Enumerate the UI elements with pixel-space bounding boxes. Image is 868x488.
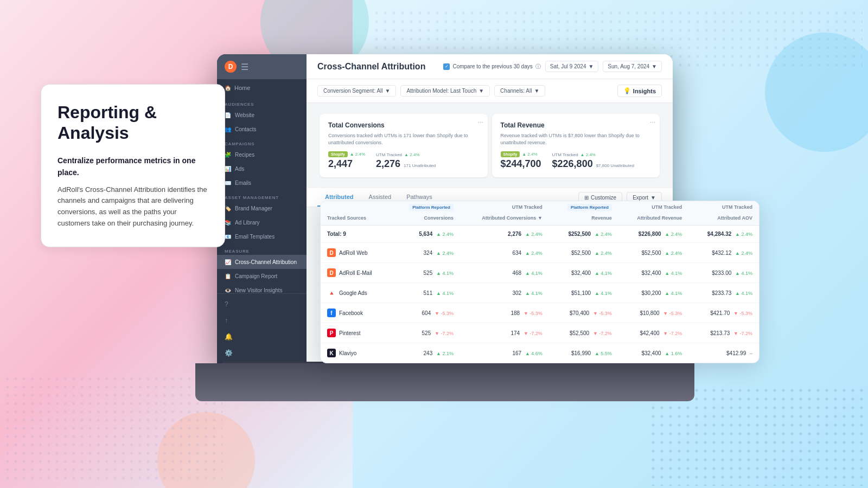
table-row: DAdRoll E-Mail 525 ▲ 4.1% 468 ▲ 4.1% $32… <box>321 263 759 283</box>
settings-icon-btn[interactable]: ⚙️ <box>217 345 307 361</box>
total-conv-platform: 5,634 ▲ 2.4% <box>391 226 460 243</box>
facebook-conv-utm: 188 ▼ -5.3% <box>460 303 549 323</box>
facebook-icon: f <box>327 309 336 317</box>
adroll-web-rev-platform: $52,500 ▲ 2.4% <box>549 243 618 263</box>
section-measure: MEASURE <box>217 246 307 255</box>
utm-revenue-sub: $7,800 Unattributed <box>596 163 634 168</box>
pinterest-aov: $213.73 ▼ -7.2% <box>688 323 759 343</box>
date-start-btn[interactable]: Sat, Jul 9 2024 ▼ <box>545 61 599 72</box>
channels-filter[interactable]: Channels: All ▼ <box>494 85 545 97</box>
adroll-email-icon: D <box>327 268 336 277</box>
adroll-web-conv-utm: 634 ▲ 2.4% <box>460 243 549 263</box>
sidebar-item-home[interactable]: 🏠 Home <box>217 79 307 97</box>
sidebar-item-recipes[interactable]: 🧩 Recipes <box>217 147 307 162</box>
card-description: AdRoll's Cross-Channel Attribution ident… <box>58 184 208 229</box>
th-sources: Tracked Sources <box>321 213 391 226</box>
card-subtitle: Centralize performance metrics in one pl… <box>58 155 208 179</box>
revenue-desc: Revenue tracked with UTMs is $7,800 lowe… <box>501 132 652 146</box>
adroll-email-rev-utm: $32,400 ▲ 4.1% <box>618 263 688 283</box>
sidebar: D ☰ 🏠 Home AUDIENCES 📄 W <box>217 54 307 363</box>
attribution-model-filter[interactable]: Attribution Model: Last Touch ▼ <box>400 85 490 97</box>
shopify-revenue: Shopify ▲ 2.4% $244,700 <box>501 151 541 170</box>
sidebar-item-emails[interactable]: ✉️ Emails <box>217 176 307 190</box>
sidebar-item-brand-manager[interactable]: 🏷️ Brand Manager <box>217 201 307 215</box>
source-klaviyo: KKlaviyo <box>321 343 391 363</box>
total-rev-platform: $252,500 ▲ 2.4% <box>549 226 618 243</box>
hamburger-icon[interactable]: ☰ <box>241 62 248 72</box>
google-conv-utm: 302 ▲ 4.1% <box>460 283 549 303</box>
source-google: 🔺Google Ads <box>321 283 391 303</box>
klaviyo-conv-platform: 243 ▲ 2.1% <box>391 343 460 363</box>
shopify-revenue-change: ▲ 2.4% <box>522 152 537 157</box>
library-icon: 📚 <box>225 219 231 226</box>
sidebar-footer: ? ↑ 🔔 ⚙️ <box>217 293 307 363</box>
conversion-segment-filter[interactable]: Conversion Segment: All ▼ <box>317 85 396 97</box>
compare-checkbox[interactable]: ✓ Compare to the previous 30 days ⓘ <box>443 63 540 70</box>
utm-label: UTM Tracked <box>376 152 402 157</box>
cross-channel-icon: 📈 <box>225 259 231 265</box>
utm-revenue: UTM Tracked ▲ 2.4% $226,800 $7,800 Unatt… <box>552 152 634 170</box>
top-bar: Cross-Channel Attribution ✓ Compare to t… <box>307 54 673 79</box>
data-table-card: Platform Reported UTM Tracked Platform R… <box>320 201 760 363</box>
table-row: 🔺Google Ads 511 ▲ 4.1% 302 ▲ 4.1% $51,10… <box>321 283 759 303</box>
google-rev-utm: $30,200 ▲ 4.1% <box>618 283 688 303</box>
ads-icon: 📊 <box>225 165 231 172</box>
summary-row: ··· Total Conversions Conversions tracke… <box>307 103 673 188</box>
sidebar-item-email-templates[interactable]: 📧 Email Templates <box>217 229 307 243</box>
sidebar-item-new-visitor[interactable]: 👁️ New Visitor Insights <box>217 283 307 293</box>
utm-change: ▲ 2.4% <box>404 152 419 157</box>
th-revenue: Revenue <box>549 213 618 226</box>
shopify-badge: Shopify <box>328 151 348 157</box>
pinterest-conv-platform: 525 ▼ -7.2% <box>391 323 460 343</box>
sidebar-item-ads[interactable]: 📊 Ads <box>217 162 307 176</box>
klaviyo-conv-utm: 167 ▲ 4.6% <box>460 343 549 363</box>
section-assets: ASSET MANAGEMENT <box>217 192 307 201</box>
shopify-value: 2,447 <box>328 158 365 170</box>
klaviyo-aov: $412.99 – <box>688 343 759 363</box>
source-facebook: fFacebook <box>321 303 391 323</box>
text-card: Reporting & Analysis Centralize performa… <box>41 84 225 247</box>
adroll-web-conv-platform: 324 ▲ 2.4% <box>391 243 460 263</box>
checkbox-checked: ✓ <box>443 63 450 70</box>
website-icon: 📄 <box>225 112 231 118</box>
revenue-card-menu-icon[interactable]: ··· <box>650 118 655 126</box>
date-end-btn[interactable]: Sun, Aug 7, 2024 ▼ <box>603 61 662 72</box>
adroll-email-conv-platform: 525 ▲ 4.1% <box>391 263 460 283</box>
total-conversions-card: ··· Total Conversions Conversions tracke… <box>320 114 488 177</box>
conversions-values: Shopify ▲ 2.4% 2,447 UTM Tracked ▲ 2.4% <box>328 151 479 170</box>
sidebar-item-website[interactable]: 📄 Website <box>217 108 307 122</box>
help-icon-btn[interactable]: ? <box>217 296 307 312</box>
th-attributed-rev: Attributed Revenue <box>618 213 688 226</box>
th-platform-conv: Platform Reported <box>391 201 460 213</box>
google-conv-platform: 511 ▲ 4.1% <box>391 283 460 303</box>
page-title: Cross-Channel Attribution <box>317 62 425 72</box>
sidebar-item-campaign-report[interactable]: 📋 Campaign Report <box>217 269 307 283</box>
adroll-email-conv-utm: 468 ▲ 4.1% <box>460 263 549 283</box>
source-adroll-web: DAdRoll Web <box>321 243 391 263</box>
total-revenue-card: ··· Total Revenue Revenue tracked with U… <box>492 114 660 177</box>
insights-button[interactable]: 💡 Insights <box>617 85 662 97</box>
adroll-web-aov: $432.12 ▲ 2.4% <box>688 243 759 263</box>
pinterest-conv-utm: 174 ▼ -7.2% <box>460 323 549 343</box>
brand-icon: 🏷️ <box>225 205 231 211</box>
upgrade-icon-btn[interactable]: ↑ <box>217 312 307 329</box>
th-conversions: Conversions <box>391 213 460 226</box>
th-platform-rev: Platform Reported <box>549 201 618 213</box>
card-title: Reporting & Analysis <box>58 102 208 144</box>
sidebar-logo: D ☰ <box>217 54 307 79</box>
card-menu-icon[interactable]: ··· <box>477 118 483 126</box>
adroll-email-rev-platform: $32,400 ▲ 4.1% <box>549 263 618 283</box>
pinterest-rev-platform: $52,500 ▼ -7.2% <box>549 323 618 343</box>
source-adroll-email: DAdRoll E-Mail <box>321 263 391 283</box>
th-attributed-conv[interactable]: Attributed Conversions ▼ <box>460 213 549 226</box>
revenue-values: Shopify ▲ 2.4% $244,700 UTM Tracked ▲ 2.… <box>501 151 652 170</box>
sidebar-item-cross-channel[interactable]: 📈 Cross-Channel Attribution <box>217 255 307 269</box>
home-icon: 🏠 <box>225 85 231 91</box>
utm-conversions: UTM Tracked ▲ 2.4% 2,276 171 Unattribute… <box>376 152 436 170</box>
notifications-icon-btn[interactable]: 🔔 <box>217 329 307 345</box>
sidebar-item-ad-library[interactable]: 📚 Ad Library <box>217 215 307 229</box>
th-empty <box>321 201 391 213</box>
total-rev-utm: $226,800 ▲ 2.4% <box>618 226 688 243</box>
sidebar-item-contacts[interactable]: 👥 Contacts <box>217 122 307 136</box>
table-row: DAdRoll Web 324 ▲ 2.4% 634 ▲ 2.4% $52,50… <box>321 243 759 263</box>
